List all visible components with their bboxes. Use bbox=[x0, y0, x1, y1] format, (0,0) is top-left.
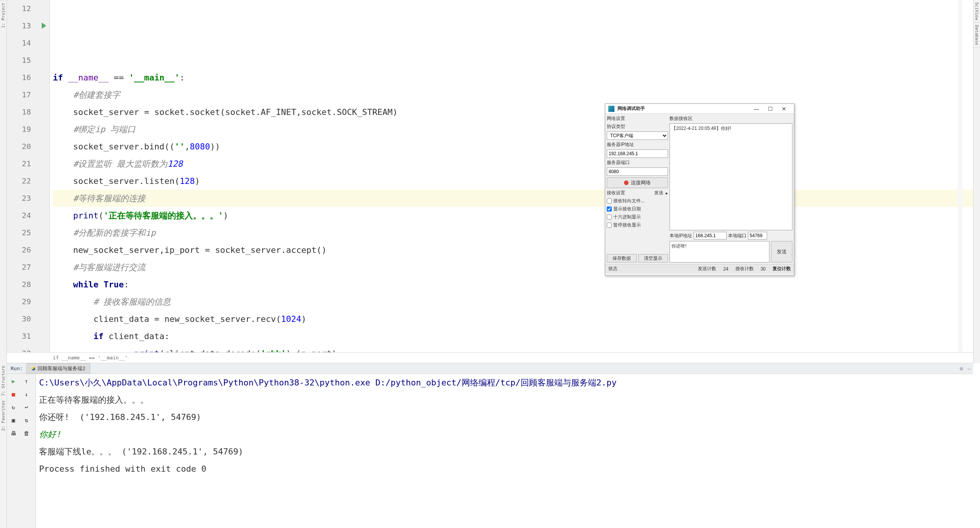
recv-count-label: 接收计数 bbox=[735, 266, 754, 272]
code-line[interactable]: #与客服端进行交流 bbox=[53, 259, 973, 276]
code-line[interactable]: #绑定ip 与端口 bbox=[53, 121, 973, 138]
minimize-button[interactable]: — bbox=[750, 106, 763, 112]
code-line[interactable]: client_data = new_socket_server.recv(102… bbox=[53, 310, 973, 328]
console-line: C:\Users\小久\AppData\Local\Programs\Pytho… bbox=[39, 374, 973, 391]
server-port-label: 服务器端口 bbox=[607, 159, 668, 166]
code-line[interactable]: if client_data: bbox=[53, 328, 973, 345]
code-line[interactable]: socket_server = socket.socket(socket.AF_… bbox=[53, 103, 973, 121]
dialog-left-panel: 网络设置 协议类型 TCP客户端 服务器IP地址 服务器端口 连接网络 接收设置… bbox=[607, 115, 668, 262]
dialog-title: 网络调试助手 bbox=[617, 105, 750, 112]
code-line[interactable]: # 接收客服端的信息 bbox=[53, 293, 973, 310]
code-line[interactable]: #设置监听 最大监听数为128 bbox=[53, 155, 973, 172]
recv-to-file-check[interactable]: 接收转向文件... bbox=[607, 198, 668, 204]
status-label: 状态 bbox=[608, 266, 617, 272]
sidebar-favorites-tab[interactable]: 2: Favorites bbox=[0, 398, 7, 433]
show-recv-date-check[interactable]: 显示接收日期 bbox=[607, 206, 668, 212]
trash-button[interactable]: 🗑 bbox=[20, 428, 33, 438]
line-number: 16 bbox=[7, 69, 31, 86]
tab-arrow-icon[interactable]: ▸ bbox=[666, 190, 668, 196]
line-number: 13 bbox=[7, 17, 31, 34]
code-line[interactable] bbox=[53, 52, 973, 69]
code-line[interactable]: while True: bbox=[53, 276, 973, 293]
ide-left-rail: 1: Project bbox=[0, 0, 7, 363]
run-tool-window: Run: 回顾客服端与服务端2 ⚙ — ▶ ↑ ■ ↓ ↻ ↩ ▣ ⇅ bbox=[7, 363, 973, 528]
stop-button[interactable]: ■ bbox=[7, 389, 20, 399]
hex-display-check[interactable]: 十六进制显示 bbox=[607, 214, 668, 220]
sidebar-database-tab[interactable]: Database bbox=[973, 23, 980, 48]
dialog-statusbar: 状态 发送计数 24 接收计数 30 复位计数 bbox=[605, 264, 794, 273]
code-line[interactable]: print(client_data.decode('gbk'),ip_port) bbox=[53, 345, 973, 352]
console-line: Process finished with exit code 0 bbox=[39, 460, 973, 477]
sidebar-sciview-tab[interactable]: SciView bbox=[973, 0, 980, 23]
send-button[interactable]: 发送 bbox=[771, 241, 792, 262]
minimize-icon[interactable]: — bbox=[968, 366, 971, 372]
editor-gutter: 1213141516171819202122232425262728293031… bbox=[7, 0, 50, 352]
up-stack-button[interactable]: ↑ bbox=[20, 376, 33, 386]
code-line[interactable]: #等待客服端的连接 bbox=[53, 190, 973, 207]
server-ip-label: 服务器IP地址 bbox=[607, 141, 668, 148]
connect-network-button[interactable]: 连接网络 bbox=[607, 177, 668, 188]
soft-wrap-button[interactable]: ↩ bbox=[20, 402, 33, 412]
console-line: 你好! bbox=[39, 426, 973, 443]
app-icon bbox=[608, 106, 614, 112]
run-console[interactable]: C:\Users\小久\AppData\Local\Programs\Pytho… bbox=[36, 374, 973, 528]
local-port-input[interactable] bbox=[748, 232, 767, 239]
code-line[interactable]: print('正在等待客服端的接入。。。') bbox=[53, 207, 973, 224]
maximize-button[interactable]: ☐ bbox=[763, 106, 777, 112]
local-port-label: 本地端口 bbox=[728, 233, 746, 239]
gear-icon[interactable]: ⚙ bbox=[960, 366, 963, 372]
editor-scrollbar[interactable] bbox=[958, 0, 962, 352]
line-number: 14 bbox=[7, 34, 31, 52]
recv-count-value: 30 bbox=[761, 266, 766, 272]
run-tab-bar: Run: 回顾客服端与服务端2 ⚙ — bbox=[7, 363, 973, 374]
line-number: 12 bbox=[7, 0, 31, 17]
net-settings-label: 网络设置 bbox=[607, 115, 668, 122]
run-config-name: 回顾客服端与服务端2 bbox=[38, 365, 85, 372]
code-line[interactable]: socket_server.listen(128) bbox=[53, 172, 973, 190]
code-line[interactable]: #创建套接字 bbox=[53, 86, 973, 103]
down-stack-button[interactable]: ↓ bbox=[20, 389, 33, 399]
code-line[interactable]: new_socket_server,ip_port = socket_serve… bbox=[53, 241, 973, 259]
line-number: 17 bbox=[7, 86, 31, 103]
line-number: 28 bbox=[7, 276, 31, 293]
line-number: 23 bbox=[7, 190, 31, 207]
dialog-titlebar[interactable]: 网络调试助手 — ☐ ✕ bbox=[605, 104, 794, 114]
run-gutter-icon[interactable] bbox=[42, 23, 46, 29]
line-number: 19 bbox=[7, 121, 31, 138]
layout-button[interactable]: ▣ bbox=[7, 415, 20, 425]
reset-count-button[interactable]: 复位计数 bbox=[773, 266, 791, 272]
recv-textarea[interactable]: 【2022-4-21 20:05:49】你好! bbox=[670, 123, 792, 230]
console-line: 正在等待客服端的接入。。。 bbox=[39, 391, 973, 408]
reload-button[interactable]: ↻ bbox=[7, 402, 20, 412]
editor-code[interactable]: if __name__ == '__main__': #创建套接字 socket… bbox=[50, 0, 973, 352]
editor-breadcrumb[interactable]: if __name__ == '__main__' bbox=[7, 352, 973, 363]
line-number: 26 bbox=[7, 241, 31, 259]
code-editor: 1213141516171819202122232425262728293031… bbox=[7, 0, 973, 363]
clear-display-button[interactable]: 清空显示 bbox=[638, 254, 668, 262]
send-textarea[interactable]: 你还呀! bbox=[670, 241, 769, 262]
run-config-tab[interactable]: 回顾客服端与服务端2 bbox=[26, 363, 90, 374]
line-number: 24 bbox=[7, 207, 31, 224]
code-line[interactable]: if __name__ == '__main__': bbox=[53, 69, 973, 86]
sidebar-structure-tab[interactable]: 7: Structure bbox=[0, 363, 7, 398]
save-data-button[interactable]: 保存数据 bbox=[607, 254, 637, 262]
server-port-input[interactable] bbox=[607, 167, 668, 176]
protocol-select[interactable]: TCP客户端 bbox=[607, 131, 668, 140]
code-line[interactable]: #分配新的套接字和ip bbox=[53, 224, 973, 241]
sidebar-project-tab[interactable]: 1: Project bbox=[0, 0, 7, 30]
code-line[interactable]: socket_server.bind(('',8080)) bbox=[53, 138, 973, 155]
server-ip-input[interactable] bbox=[607, 149, 668, 158]
python-icon bbox=[31, 367, 35, 371]
print-button[interactable]: 🖶 bbox=[7, 428, 20, 438]
scroll-end-button[interactable]: ⇅ bbox=[20, 415, 33, 425]
pause-recv-check[interactable]: 暂停接收显示 bbox=[607, 222, 668, 228]
console-line: 你还呀! ('192.168.245.1', 54769) bbox=[39, 408, 973, 426]
local-ip-input[interactable] bbox=[694, 232, 727, 239]
close-button[interactable]: ✕ bbox=[777, 106, 791, 112]
local-ip-label: 本地IP地址 bbox=[670, 233, 692, 239]
line-number: 18 bbox=[7, 103, 31, 121]
rerun-button[interactable]: ▶ bbox=[7, 376, 20, 386]
network-debug-dialog: 网络调试助手 — ☐ ✕ 网络设置 协议类型 TCP客户端 服务器IP地址 服务… bbox=[605, 103, 794, 276]
line-number: 15 bbox=[7, 52, 31, 69]
run-label: Run: bbox=[7, 366, 26, 371]
